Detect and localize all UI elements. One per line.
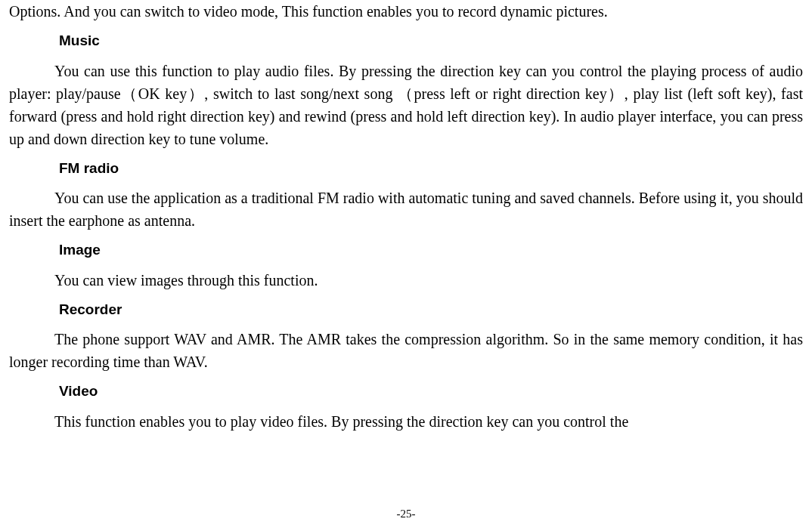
page-number: -25- — [0, 505, 812, 523]
heading-fm-radio: FM radio — [59, 158, 803, 180]
heading-video: Video — [59, 381, 803, 403]
music-paragraph: You can use this function to play audio … — [9, 60, 803, 150]
intro-paragraph: Options. And you can switch to video mod… — [9, 0, 803, 23]
image-paragraph: You can view images through this functio… — [9, 269, 803, 292]
heading-music: Music — [59, 30, 803, 52]
heading-image: Image — [59, 239, 803, 261]
fm-radio-paragraph: You can use the application as a traditi… — [9, 187, 803, 232]
heading-recorder: Recorder — [59, 299, 803, 321]
video-paragraph: This function enables you to play video … — [9, 410, 803, 433]
recorder-paragraph: The phone support WAV and AMR. The AMR t… — [9, 328, 803, 373]
